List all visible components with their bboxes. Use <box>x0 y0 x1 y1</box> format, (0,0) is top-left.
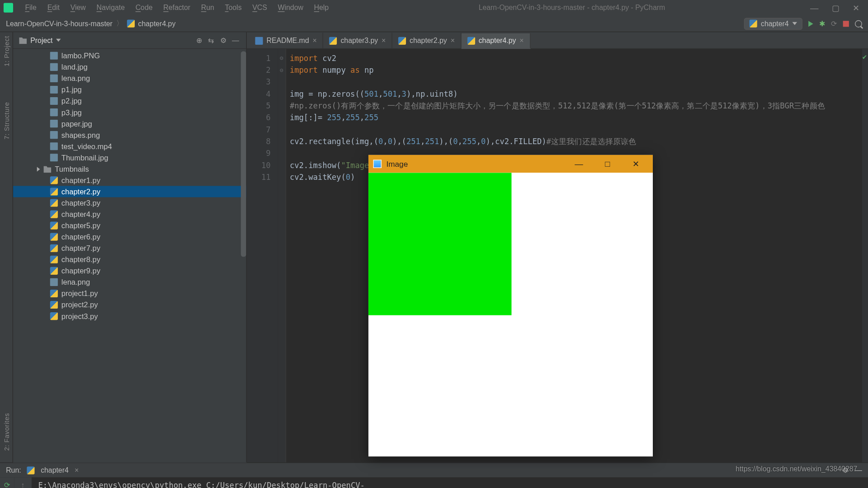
python-file-icon <box>50 211 58 218</box>
file-icon <box>50 108 58 116</box>
hide-icon[interactable]: — <box>855 466 862 474</box>
up-icon[interactable]: ↑ <box>21 481 25 488</box>
tree-file[interactable]: chapter7.py <box>13 243 246 254</box>
collapse-icon[interactable]: ⇆ <box>208 36 216 44</box>
opencv-image-window[interactable]: Image — □ ✕ <box>368 155 653 456</box>
tree-file[interactable]: Thumbnail.jpg <box>13 152 246 163</box>
python-file-icon <box>127 20 135 28</box>
tree-item-label: chapter3.py <box>61 199 100 207</box>
tree-file[interactable]: shapes.png <box>13 129 246 141</box>
menu-vcs[interactable]: VCS <box>248 2 272 14</box>
editor-tab[interactable]: chapter4.py× <box>461 33 530 49</box>
line-gutter: 1234567891011 <box>247 49 278 462</box>
editor-tab[interactable]: chapter3.py× <box>323 33 392 48</box>
folder-icon <box>43 165 51 173</box>
debug-button[interactable]: ✱ <box>819 19 825 28</box>
tree-file[interactable]: chapter5.py <box>13 220 246 231</box>
run-button[interactable] <box>808 20 813 26</box>
sidebar-tab-structure[interactable]: 7: Structure <box>3 102 10 140</box>
close-tab-icon[interactable]: × <box>382 36 386 44</box>
tree-file[interactable]: lena.png <box>13 73 246 84</box>
tree-file[interactable]: chapter6.py <box>13 231 246 243</box>
scrollbar-thumb[interactable] <box>241 51 246 257</box>
tree-file[interactable]: lena.png <box>13 277 246 288</box>
minimize-icon[interactable]: — <box>567 159 591 169</box>
tree-file[interactable]: project3.py <box>13 310 246 322</box>
project-panel-title: Project <box>30 36 52 44</box>
python-file-icon <box>50 244 58 252</box>
editor-tab[interactable]: README.md× <box>249 33 323 48</box>
tree-file[interactable]: chapter4.py <box>13 209 246 220</box>
menu-edit[interactable]: Edit <box>42 2 64 14</box>
main-menu: FileEditViewNavigateCodeRefactorRunTools… <box>20 2 334 14</box>
maximize-icon[interactable]: ▢ <box>832 3 840 13</box>
search-everywhere-icon[interactable] <box>855 20 862 27</box>
tree-item-label: project2.py <box>61 300 98 309</box>
tree-file[interactable]: project1.py <box>13 288 246 299</box>
minimize-icon[interactable]: — <box>810 3 818 13</box>
tree-file[interactable]: chapter3.py <box>13 197 246 208</box>
tree-item-label: lambo.PNG <box>61 52 100 60</box>
tree-file[interactable]: chapter9.py <box>13 265 246 277</box>
run-config-selector[interactable]: chapter4 <box>744 18 802 29</box>
close-tab-icon[interactable]: × <box>312 36 316 44</box>
fold-column: ⊖⊖ <box>278 49 286 462</box>
chevron-down-icon[interactable] <box>56 39 61 42</box>
tree-item-label: lena.png <box>61 278 90 286</box>
menu-help[interactable]: Help <box>309 2 334 14</box>
locate-icon[interactable]: ⊕ <box>196 36 204 44</box>
menu-navigate[interactable]: Navigate <box>92 2 130 14</box>
tree-item-label: chapter5.py <box>61 221 100 230</box>
tree-file[interactable]: p1.jpg <box>13 84 246 95</box>
gear-icon[interactable]: ⚙ <box>220 36 228 44</box>
editor-tab[interactable]: chapter2.py× <box>392 33 462 48</box>
python-file-icon <box>50 267 58 275</box>
menu-window[interactable]: Window <box>273 2 308 14</box>
tree-file[interactable]: p2.jpg <box>13 95 246 107</box>
menu-view[interactable]: View <box>66 2 90 14</box>
tree-file[interactable]: p3.jpg <box>13 107 246 118</box>
rerun-button[interactable]: ⟳ <box>4 481 10 488</box>
sidebar-tab-favorites[interactable]: 2: Favorites <box>3 413 10 450</box>
gear-icon[interactable]: ⚙ <box>842 466 849 474</box>
python-file-icon <box>750 20 757 28</box>
maximize-icon[interactable]: □ <box>595 159 619 169</box>
tree-file[interactable]: project2.py <box>13 299 246 310</box>
close-tab-icon[interactable]: × <box>519 36 524 44</box>
close-tab-icon[interactable]: × <box>75 466 79 474</box>
inspection-ok-icon <box>863 52 867 61</box>
console-output[interactable]: E:\Anaconda3\envs\opencv\python.exe C:/U… <box>32 477 868 488</box>
close-tab-icon[interactable]: × <box>451 36 455 44</box>
menu-code[interactable]: Code <box>131 2 157 14</box>
menu-tools[interactable]: Tools <box>220 2 246 14</box>
tree-file[interactable]: chapter1.py <box>13 174 246 186</box>
image-window-titlebar[interactable]: Image — □ ✕ <box>368 155 653 173</box>
menu-refactor[interactable]: Refactor <box>159 2 195 14</box>
python-file-icon <box>50 256 58 263</box>
tree-file[interactable]: paper.jpg <box>13 118 246 129</box>
tab-label: chapter3.py <box>340 36 378 44</box>
stop-button[interactable] <box>843 20 849 26</box>
tree-file[interactable]: land.jpg <box>13 61 246 73</box>
close-icon[interactable]: ✕ <box>624 159 648 169</box>
tree-folder[interactable]: Tumbnails <box>13 163 246 174</box>
tree-file[interactable]: test_video.mp4 <box>13 141 246 152</box>
menu-file[interactable]: File <box>20 2 42 14</box>
breadcrumb-root[interactable]: Learn-OpenCV-in-3-hours-master <box>6 19 113 28</box>
green-rectangle <box>368 173 511 315</box>
python-file-icon <box>467 37 475 44</box>
tree-item-label: shapes.png <box>61 131 100 139</box>
menu-run[interactable]: Run <box>196 2 219 14</box>
breadcrumb-file[interactable]: chapter4.py <box>138 19 176 28</box>
sidebar-tab-project[interactable]: 1: Project <box>3 36 10 66</box>
run-coverage-button[interactable]: ⟳ <box>831 19 837 28</box>
project-tree[interactable]: lambo.PNGland.jpglena.pngp1.jpgp2.jpgp3.… <box>13 49 246 462</box>
close-icon[interactable]: ✕ <box>853 3 860 13</box>
tree-file[interactable]: lambo.PNG <box>13 50 246 61</box>
markdown-file-icon <box>255 37 263 44</box>
hide-icon[interactable]: — <box>232 36 240 44</box>
tree-file[interactable]: chapter2.py <box>13 186 246 197</box>
folder-icon <box>19 36 27 44</box>
file-icon <box>50 86 58 94</box>
tree-file[interactable]: chapter8.py <box>13 254 246 265</box>
